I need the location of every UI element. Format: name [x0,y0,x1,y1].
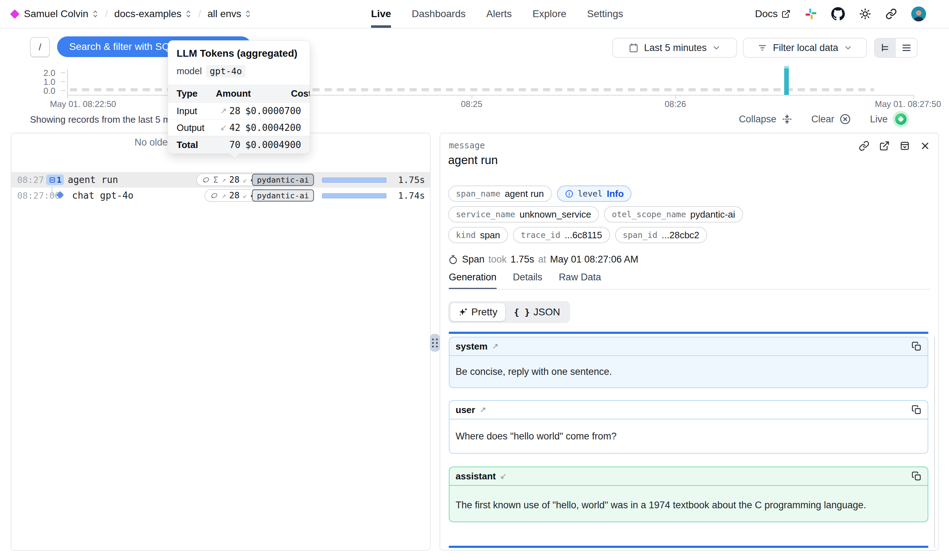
close-icon[interactable] [920,140,931,151]
tree-view-button[interactable] [875,38,896,57]
nav-tab-live[interactable]: Live [371,0,391,28]
scrollbar-track[interactable] [934,337,935,548]
updown-chevron-icon [185,10,192,18]
col-type: Type [177,88,216,99]
span-name: agent run [68,174,118,185]
badge-span-id[interactable]: span_id ...28cbc2 [615,227,707,243]
clear-button[interactable]: Clear [811,113,852,125]
row-cost: $0.0000700 [240,106,301,116]
nav-tab-alerts[interactable]: Alerts [486,0,512,28]
collapsed-children-badge[interactable]: 1 [46,174,64,185]
tab-details[interactable]: Details [513,272,543,290]
time-range-dropdown[interactable]: Last 5 minutes [612,38,737,58]
user-avatar[interactable] [911,6,926,22]
tab-raw-data[interactable]: Raw Data [559,272,601,290]
badge-value: ...6c8115 [565,230,602,241]
logfire-logo-icon [10,9,20,19]
badge-key: span_name [456,189,501,198]
badge-key: kind [456,231,475,240]
nav-tab-settings[interactable]: Settings [587,0,623,28]
project-selector[interactable]: docs-examples [114,8,192,20]
chart-spike-bar[interactable] [784,68,789,95]
dock-panel-icon[interactable] [900,140,910,151]
badge-span-name: span_name agent run [448,186,552,202]
scope-tag[interactable]: pydantic-ai [252,174,314,186]
span-name: chat gpt-4o [72,190,134,201]
minus-box-icon [49,177,55,183]
list-view-button[interactable] [896,38,917,57]
message-text: Be concise, reply with one sentence. [449,356,927,388]
nav-tab-dashboards[interactable]: Dashboards [412,0,466,28]
badge-level[interactable]: level Info [557,186,632,202]
x-tick-mark [675,95,676,99]
breadcrumb: Samuel Colvin / docs-examples / all envs [10,0,252,28]
scope-tag[interactable]: pydantic-ai [252,189,314,202]
trace-row-chat-gpt-4o[interactable]: 08:27:06 chat gpt-4o ↗ 28 ↙ 42 pydantic-… [11,188,430,203]
breadcrumb-separator: / [105,8,108,20]
copy-icon[interactable] [912,342,921,351]
org-selector[interactable]: Samuel Colvin [24,8,99,20]
nav-right-actions: Docs [755,0,926,28]
open-in-new-icon[interactable] [879,140,890,151]
live-toggle[interactable]: Live [870,111,909,127]
theme-sun-icon[interactable] [859,8,871,20]
output-arrow-icon: ↙ [243,191,247,200]
slack-icon[interactable] [805,8,817,20]
scroll-boundary-bottom [449,546,928,548]
pretty-json-toggle: Pretty { } JSON [448,301,570,323]
clear-circle-x-icon [839,113,851,125]
y-tick-mark [61,90,65,91]
docs-label: Docs [755,8,778,20]
y-tick-mark [61,72,65,73]
badge-value: unknown_service [520,209,591,220]
input-arrow-icon: ↗ [220,106,226,115]
col-cost: Cost [251,88,310,99]
badge-service-name: service_name unknown_service [448,206,599,223]
badge-row-2: service_name unknown_service otel_scope_… [448,206,743,223]
github-icon[interactable] [831,7,845,21]
filter-local-data-dropdown[interactable]: Filter local data [743,38,867,58]
stopwatch-icon [448,255,458,265]
model-key: model [177,66,202,77]
row-type: Total [177,140,216,151]
sparkle-icon [458,308,468,317]
copy-link-icon[interactable] [859,140,869,151]
pretty-view-button[interactable]: Pretty [450,303,505,321]
input-arrow-icon: ↗ [221,191,226,200]
badge-key: trace_id [521,231,560,240]
docs-link[interactable]: Docs [755,8,791,20]
info-circle-icon [565,189,574,198]
col-amount: Amount [216,88,251,99]
trace-row-agent-run[interactable]: 08:27:06 1 agent run Σ ↗ 28 ↙ 42 pydanti… [11,172,430,188]
badge-key: span_id [623,231,658,240]
duration-bar[interactable] [322,178,386,183]
live-indicator-icon [893,111,909,127]
tree-view-icon [880,42,891,53]
message-role: user [455,405,475,415]
updown-chevron-icon [245,10,252,18]
panel-resize-grip[interactable] [430,334,440,352]
message-text: Where does "hello world" come from? [449,420,927,453]
share-link-icon[interactable] [886,8,897,20]
collapse-button[interactable]: Collapse [739,114,793,125]
row-type: Input [177,106,216,117]
json-label: JSON [534,306,560,318]
copy-icon[interactable] [912,405,921,415]
tooltip-title: LLM Tokens (aggregated) [177,48,301,59]
env-selector[interactable]: all envs [207,8,252,20]
no-older-records-note: No older [134,137,171,148]
duration-bar[interactable] [322,193,386,198]
badge-trace-id[interactable]: trace_id ...6c8115 [513,227,610,243]
badge-key: otel_scope_name [612,210,686,219]
nav-tab-explore[interactable]: Explore [533,0,566,28]
search-filter-label: Search & filter with SQL [69,41,175,52]
badge-value: agent run [505,188,544,199]
env-name: all envs [207,8,241,20]
json-view-button[interactable]: { } JSON [506,303,568,321]
y-tick-label: 1.0 [29,77,55,86]
copy-icon[interactable] [912,471,921,481]
tab-generation[interactable]: Generation [449,272,497,290]
message-card-system: system ↗ Be concise, reply with one sent… [449,337,928,388]
slash-shortcut-key[interactable]: / [30,37,50,57]
span-word: Span [462,254,484,265]
